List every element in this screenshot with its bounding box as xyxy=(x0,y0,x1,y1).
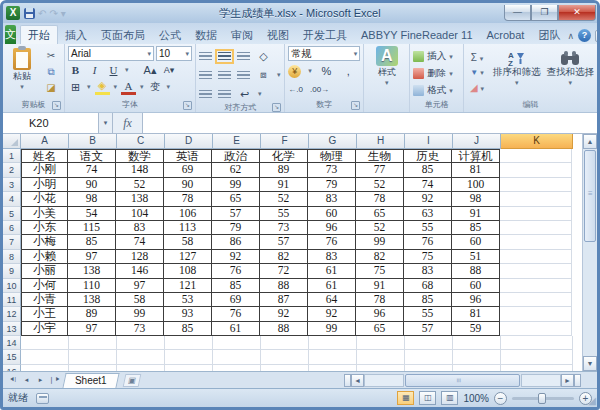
formula-input[interactable] xyxy=(143,113,597,133)
cell-A5[interactable]: 小美 xyxy=(21,207,68,221)
row-header-6[interactable]: 6 xyxy=(3,221,21,235)
cell-I5[interactable]: 63 xyxy=(404,207,452,221)
cell-B1[interactable]: 语文 xyxy=(68,149,116,163)
number-dialog-launcher-icon[interactable]: ↘ xyxy=(351,101,360,110)
maximize-button[interactable]: ❐ xyxy=(531,5,558,21)
cell-K3[interactable] xyxy=(500,178,572,192)
cell-J11[interactable]: 96 xyxy=(452,293,500,307)
vertical-scrollbar[interactable]: ▲ ▼ xyxy=(582,134,597,371)
cell-J14[interactable] xyxy=(453,336,501,350)
cell-A10[interactable]: 小何 xyxy=(21,279,68,293)
cell-A13[interactable]: 小宇 xyxy=(21,322,68,336)
cell-G14[interactable] xyxy=(309,336,357,350)
orientation-icon[interactable]: ◇ xyxy=(256,50,271,63)
cell-D14[interactable] xyxy=(165,336,213,350)
cell-E11[interactable]: 69 xyxy=(212,293,260,307)
hscroll-track-left[interactable] xyxy=(364,374,404,387)
shrink-font-button[interactable]: A▾ xyxy=(162,65,177,75)
cell-A3[interactable]: 小明 xyxy=(21,178,68,192)
cell-B8[interactable]: 97 xyxy=(68,250,116,264)
file-tab[interactable]: 文件 xyxy=(5,25,16,44)
cell-F4[interactable]: 52 xyxy=(260,192,308,206)
cell-I10[interactable]: 68 xyxy=(404,279,452,293)
paste-dropdown-icon[interactable]: ▾ xyxy=(20,83,24,91)
align-center-icon[interactable] xyxy=(218,71,231,80)
cell-G5[interactable]: 60 xyxy=(308,207,356,221)
font-family-select[interactable]: Arial▾ xyxy=(68,46,154,61)
cell-E8[interactable]: 92 xyxy=(212,250,260,264)
align-right-icon[interactable] xyxy=(237,71,250,80)
scroll-right-icon[interactable]: ► xyxy=(561,374,574,387)
cell-K4[interactable] xyxy=(500,192,572,206)
tab-split-handle[interactable] xyxy=(344,374,351,387)
cell-C14[interactable] xyxy=(117,336,165,350)
cell-J15[interactable] xyxy=(453,350,501,364)
cell-F14[interactable] xyxy=(261,336,309,350)
cell-E10[interactable]: 85 xyxy=(212,279,260,293)
select-all-corner[interactable] xyxy=(3,134,21,149)
cell-F10[interactable]: 88 xyxy=(260,279,308,293)
cell-H8[interactable]: 82 xyxy=(356,250,404,264)
zoom-slider[interactable] xyxy=(512,397,574,400)
cell-K13[interactable] xyxy=(500,322,572,336)
cell-J16[interactable] xyxy=(453,365,501,371)
fx-icon[interactable]: fx xyxy=(113,113,143,133)
cell-J3[interactable]: 100 xyxy=(452,178,500,192)
increase-indent-icon[interactable] xyxy=(218,90,231,99)
cell-D15[interactable] xyxy=(165,350,213,364)
cell-C6[interactable]: 83 xyxy=(116,221,164,235)
row-header-12[interactable]: 12 xyxy=(3,307,21,321)
column-header-E[interactable]: E xyxy=(213,134,261,149)
cell-H14[interactable] xyxy=(357,336,405,350)
cell-F1[interactable]: 化学 xyxy=(260,149,308,163)
row-header-13[interactable]: 13 xyxy=(3,322,21,336)
cell-C4[interactable]: 138 xyxy=(116,192,164,206)
cell-I16[interactable] xyxy=(405,365,453,371)
align-middle-icon[interactable] xyxy=(218,52,231,61)
cell-A6[interactable]: 小东 xyxy=(21,221,68,235)
cell-E2[interactable]: 62 xyxy=(212,163,260,177)
cell-H15[interactable] xyxy=(357,350,405,364)
cell-G11[interactable]: 64 xyxy=(308,293,356,307)
cell-B7[interactable]: 85 xyxy=(68,235,116,249)
cell-F9[interactable]: 72 xyxy=(260,264,308,278)
tab-开发工具[interactable]: 开发工具 xyxy=(296,26,354,44)
column-header-G[interactable]: G xyxy=(309,134,357,149)
cell-E15[interactable] xyxy=(213,350,261,364)
cell-A16[interactable] xyxy=(21,365,69,371)
cell-J9[interactable]: 88 xyxy=(452,264,500,278)
cell-F13[interactable]: 88 xyxy=(260,322,308,336)
zoom-level[interactable]: 100% xyxy=(463,393,489,404)
cell-A4[interactable]: 小花 xyxy=(21,192,68,206)
cell-E5[interactable]: 57 xyxy=(212,207,260,221)
vertical-scroll-thumb[interactable] xyxy=(584,150,596,242)
tab-审阅[interactable]: 审阅 xyxy=(224,26,260,44)
cell-J7[interactable]: 60 xyxy=(452,235,500,249)
cell-G9[interactable]: 61 xyxy=(308,264,356,278)
cell-F2[interactable]: 89 xyxy=(260,163,308,177)
cell-G1[interactable]: 物理 xyxy=(308,149,356,163)
column-header-J[interactable]: J xyxy=(453,134,501,149)
row-header-11[interactable]: 11 xyxy=(3,293,21,307)
cell-C2[interactable]: 148 xyxy=(116,163,164,177)
cell-J2[interactable]: 81 xyxy=(452,163,500,177)
cell-I4[interactable]: 92 xyxy=(404,192,452,206)
cell-K10[interactable] xyxy=(500,279,572,293)
cell-J10[interactable]: 60 xyxy=(452,279,500,293)
format-painter-icon[interactable]: ◪ xyxy=(41,81,61,95)
scroll-down-icon[interactable]: ▼ xyxy=(583,356,597,371)
cell-J12[interactable]: 81 xyxy=(452,307,500,321)
border-button[interactable]: ⊞ xyxy=(68,81,83,94)
row-header-1[interactable]: 1 xyxy=(3,149,21,163)
column-header-F[interactable]: F xyxy=(261,134,309,149)
cell-G10[interactable]: 61 xyxy=(308,279,356,293)
prev-sheet-icon[interactable]: ◂ xyxy=(20,374,33,387)
row-header-14[interactable]: 14 xyxy=(3,336,21,350)
tab-ABBYY FineReader 11[interactable]: ABBYY FineReader 11 xyxy=(354,26,480,44)
sort-filter-button[interactable]: AZ 排序和筛选 ▾ xyxy=(493,48,541,99)
cell-B12[interactable]: 89 xyxy=(68,307,116,321)
name-box[interactable]: K20 xyxy=(3,113,99,133)
cell-G8[interactable]: 83 xyxy=(308,250,356,264)
tab-插入[interactable]: 插入 xyxy=(58,26,94,44)
cell-G4[interactable]: 83 xyxy=(308,192,356,206)
